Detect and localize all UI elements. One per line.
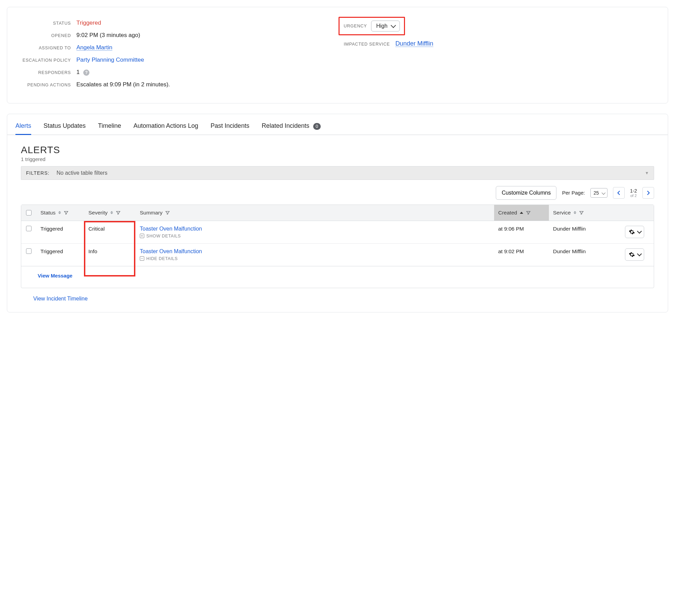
view-incident-timeline-link[interactable]: View Incident Timeline	[33, 296, 88, 302]
severity-column-label: Severity	[88, 210, 108, 216]
tab-past-incidents[interactable]: Past Incidents	[211, 120, 249, 135]
pagination-range: 1-2	[630, 188, 637, 194]
show-details-label: SHOW DETAILS	[146, 234, 181, 238]
severity-column-header[interactable]: Severity	[84, 205, 136, 221]
actions-column-header	[621, 205, 654, 221]
responders-count: 1	[76, 69, 79, 75]
tab-related-incidents-label: Related Incidents	[262, 122, 309, 129]
responders-value: 1 ?	[76, 69, 89, 76]
per-page-value: 25	[593, 190, 599, 196]
alert-details-panel: View Message	[21, 266, 654, 288]
row-checkbox[interactable]	[26, 248, 32, 254]
table-toolbar: Customize Columns Per Page: 25 1-2 of 2	[21, 186, 654, 200]
collapse-icon: −	[140, 256, 144, 261]
impacted-service-label: IMPACTED SERVICE	[339, 42, 390, 47]
status-column-label: Status	[40, 210, 56, 216]
alerts-panel: ALERTS 1 triggered FILTERS: No active ta…	[7, 135, 668, 302]
tab-bar: Alerts Status Updates Timeline Automatio…	[7, 114, 668, 135]
tab-related-incidents[interactable]: Related Incidents 0	[262, 120, 321, 135]
table-header-row: Status Severity Summary	[21, 205, 654, 221]
created-column-header[interactable]: Created	[494, 205, 549, 221]
chevron-down-icon	[391, 23, 395, 29]
service-column-label: Service	[553, 210, 571, 216]
sort-icon	[58, 211, 61, 214]
row-service-link[interactable]: Dunder Mifflin	[549, 244, 621, 259]
row-actions-menu[interactable]	[625, 248, 644, 261]
prev-page-button[interactable]	[613, 187, 625, 199]
pending-actions-value: Escalates at 9:09 PM (in 2 minutes).	[76, 81, 170, 88]
row-actions-menu[interactable]	[625, 226, 644, 238]
row-created: at 9:02 PM	[494, 244, 549, 259]
incident-left-column: STATUS Triggered OPENED 9:02 PM (3 minut…	[20, 17, 325, 94]
row-status: Triggered	[36, 221, 84, 237]
incident-detail-card: Alerts Status Updates Timeline Automatio…	[7, 114, 668, 312]
select-all-header	[21, 205, 36, 221]
summary-column-label: Summary	[140, 210, 162, 216]
sort-icon	[110, 211, 113, 214]
alerts-heading: ALERTS	[21, 145, 654, 156]
hide-details-label: HIDE DETAILS	[146, 256, 178, 261]
next-page-button[interactable]	[642, 187, 654, 199]
chevron-down-icon	[602, 190, 604, 196]
responders-label: RESPONDERS	[20, 70, 71, 75]
tab-status-updates[interactable]: Status Updates	[44, 120, 86, 135]
row-status: Triggered	[36, 244, 84, 259]
row-checkbox[interactable]	[26, 226, 32, 231]
status-column-header[interactable]: Status	[36, 205, 84, 221]
incident-right-column: URGENCY High IMPACTED SERVICE Dunder Mif…	[339, 17, 655, 94]
row-severity: Info	[84, 244, 136, 259]
alert-summary-link[interactable]: Toaster Oven Malfunction	[140, 226, 490, 232]
expand-icon: +	[140, 234, 144, 238]
help-icon[interactable]: ?	[83, 70, 89, 76]
alerts-table: Status Severity Summary	[21, 205, 654, 288]
urgency-highlight-box: URGENCY High	[339, 17, 405, 35]
chevron-left-icon	[617, 190, 621, 195]
pagination-info: 1-2 of 2	[630, 188, 637, 198]
pagination-total: of 2	[630, 194, 637, 198]
table-row: Triggered Info Toaster Oven Malfunction …	[21, 244, 654, 266]
alert-summary-link[interactable]: Toaster Oven Malfunction	[140, 248, 490, 255]
sort-icon	[574, 211, 576, 214]
row-summary-cell: Toaster Oven Malfunction − HIDE DETAILS	[136, 244, 494, 266]
filter-icon[interactable]	[116, 210, 121, 215]
hide-details-toggle[interactable]: − HIDE DETAILS	[140, 256, 490, 261]
customize-columns-button[interactable]: Customize Columns	[496, 186, 556, 200]
assigned-to-label: ASSIGNED TO	[20, 46, 71, 50]
opened-label: OPENED	[20, 33, 71, 38]
status-value: Triggered	[76, 20, 101, 26]
related-incidents-count: 0	[313, 123, 321, 130]
opened-value: 9:02 PM (3 minutes ago)	[76, 32, 140, 39]
urgency-value: High	[376, 23, 388, 29]
service-column-header[interactable]: Service	[549, 205, 621, 221]
tab-timeline[interactable]: Timeline	[98, 120, 121, 135]
incident-summary-card: STATUS Triggered OPENED 9:02 PM (3 minut…	[7, 7, 668, 103]
created-column-label: Created	[498, 210, 517, 216]
alerts-subheading: 1 triggered	[21, 156, 654, 162]
summary-column-header[interactable]: Summary	[136, 205, 494, 221]
filters-bar[interactable]: FILTERS: No active table filters ▼	[21, 166, 654, 180]
filter-icon[interactable]	[64, 210, 69, 215]
view-message-link[interactable]: View Message	[38, 273, 72, 279]
per-page-select[interactable]: 25	[590, 188, 608, 198]
tab-automation-actions-log[interactable]: Automation Actions Log	[133, 120, 198, 135]
gear-icon	[629, 229, 635, 235]
escalation-policy-link[interactable]: Party Planning Committee	[76, 57, 144, 63]
urgency-select[interactable]: High	[371, 21, 400, 32]
tab-alerts[interactable]: Alerts	[15, 120, 31, 135]
row-summary-cell: Toaster Oven Malfunction + SHOW DETAILS	[136, 221, 494, 243]
escalation-policy-label: ESCALATION POLICY	[20, 58, 71, 63]
show-details-toggle[interactable]: + SHOW DETAILS	[140, 234, 490, 238]
select-all-checkbox[interactable]	[26, 210, 32, 215]
status-label: STATUS	[20, 21, 71, 26]
assigned-to-link[interactable]: Angela Martin	[76, 44, 112, 51]
table-row: Triggered Critical Toaster Oven Malfunct…	[21, 221, 654, 244]
filter-icon[interactable]	[165, 210, 170, 215]
impacted-service-link[interactable]: Dunder Mifflin	[395, 40, 433, 47]
row-created: at 9:06 PM	[494, 221, 549, 237]
filter-icon[interactable]	[526, 210, 531, 215]
filters-none-text: No active table filters	[57, 170, 108, 176]
row-service-link[interactable]: Dunder Mifflin	[549, 221, 621, 237]
gear-icon	[629, 251, 635, 258]
filter-icon[interactable]	[579, 210, 584, 215]
per-page-label: Per Page:	[562, 190, 585, 196]
